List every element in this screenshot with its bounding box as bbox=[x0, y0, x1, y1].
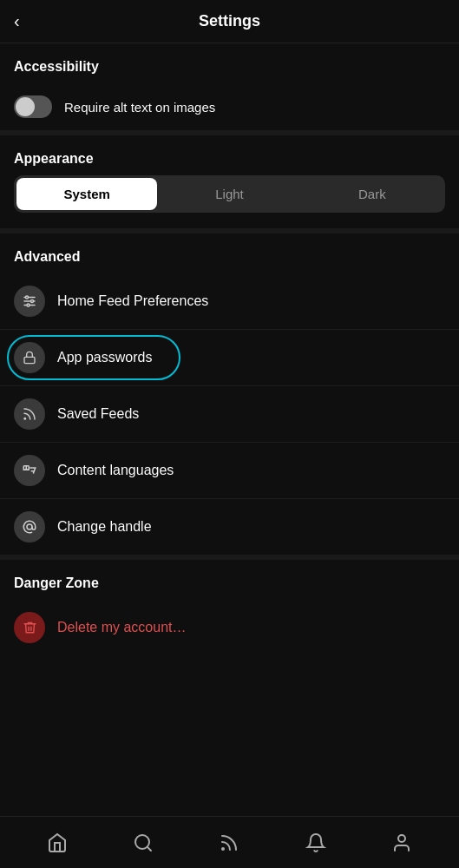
danger-zone-section-label: Danger Zone bbox=[0, 560, 459, 600]
bottom-nav bbox=[0, 816, 459, 868]
content-languages-label: Content languages bbox=[57, 463, 174, 478]
toggle-thumb bbox=[16, 97, 35, 116]
svg-line-11 bbox=[148, 846, 151, 850]
svg-point-5 bbox=[27, 304, 30, 306]
appearance-section: Appearance System Light Dark bbox=[0, 135, 459, 233]
svg-rect-6 bbox=[24, 357, 35, 363]
advanced-section-label: Advanced bbox=[0, 233, 459, 273]
svg-point-7 bbox=[24, 418, 26, 420]
theme-selector: System Light Dark bbox=[14, 175, 445, 213]
advanced-section: Advanced Home Feed Preferences App passw… bbox=[0, 233, 459, 560]
svg-point-12 bbox=[222, 848, 224, 850]
delete-account-label: Delete my account… bbox=[57, 620, 187, 635]
content-languages-item[interactable]: Content languages bbox=[0, 443, 459, 499]
accessibility-section-label: Accessibility bbox=[0, 43, 459, 83]
appearance-section-label: Appearance bbox=[0, 135, 459, 175]
nav-home[interactable] bbox=[36, 821, 79, 865]
svg-point-9 bbox=[27, 524, 32, 529]
app-passwords-item[interactable]: App passwords bbox=[0, 330, 459, 386]
delete-account-item[interactable]: Delete my account… bbox=[0, 600, 459, 655]
nav-search[interactable] bbox=[121, 821, 165, 865]
svg-point-3 bbox=[26, 296, 29, 299]
sliders-icon bbox=[14, 286, 45, 317]
header: ‹ Settings bbox=[0, 0, 459, 43]
alt-text-toggle-row[interactable]: Require alt text on images bbox=[0, 83, 459, 130]
translate-icon bbox=[14, 455, 45, 486]
rss-icon bbox=[14, 398, 45, 430]
theme-light[interactable]: Light bbox=[159, 178, 299, 210]
saved-feeds-label: Saved Feeds bbox=[57, 406, 139, 422]
home-feed-preferences-item[interactable]: Home Feed Preferences bbox=[0, 273, 459, 330]
nav-notifications[interactable] bbox=[294, 821, 338, 865]
at-icon bbox=[14, 511, 45, 542]
svg-point-4 bbox=[31, 300, 34, 303]
svg-point-13 bbox=[398, 835, 405, 842]
danger-zone-section: Danger Zone Delete my account… bbox=[0, 560, 459, 655]
theme-dark[interactable]: Dark bbox=[302, 178, 443, 210]
nav-profile[interactable] bbox=[380, 821, 423, 865]
back-button[interactable]: ‹ bbox=[14, 11, 20, 31]
nav-feed[interactable] bbox=[207, 821, 251, 865]
theme-system[interactable]: System bbox=[16, 178, 157, 210]
trash-icon bbox=[14, 612, 45, 643]
change-handle-label: Change handle bbox=[57, 519, 152, 535]
header-title: Settings bbox=[199, 12, 260, 30]
alt-text-label: Require alt text on images bbox=[64, 100, 215, 115]
change-handle-item[interactable]: Change handle bbox=[0, 499, 459, 555]
accessibility-section: Accessibility Require alt text on images bbox=[0, 43, 459, 135]
saved-feeds-item[interactable]: Saved Feeds bbox=[0, 386, 459, 443]
lock-icon bbox=[14, 342, 45, 373]
home-feed-preferences-label: Home Feed Preferences bbox=[57, 293, 208, 309]
app-passwords-label: App passwords bbox=[57, 350, 152, 365]
alt-text-toggle[interactable] bbox=[14, 95, 52, 118]
